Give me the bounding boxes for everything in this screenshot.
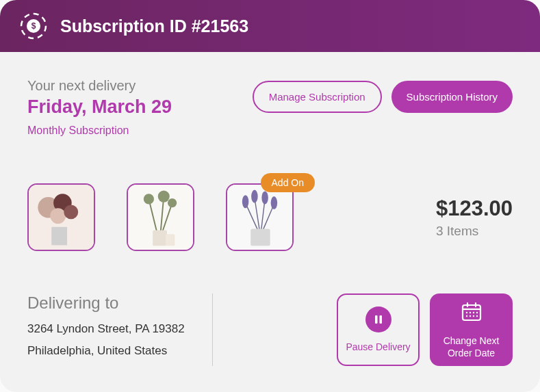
subscription-history-button[interactable]: Subscription History xyxy=(391,81,513,113)
svg-point-40 xyxy=(472,315,474,317)
content-area: Your next delivery Friday, March 29 Mont… xyxy=(0,52,540,387)
bottom-row: Delivering to 3264 Lyndon Street, PA 193… xyxy=(27,293,513,366)
svg-point-37 xyxy=(476,312,477,313)
product-list: Add On xyxy=(27,183,294,251)
subscription-card: $ Subscription ID #21563 Your next deliv… xyxy=(0,0,540,392)
svg-rect-17 xyxy=(166,234,175,246)
svg-point-13 xyxy=(144,194,154,204)
svg-point-23 xyxy=(242,195,249,208)
svg-point-24 xyxy=(251,190,258,203)
change-date-label: Change Next Order Date xyxy=(430,335,513,359)
svg-point-38 xyxy=(465,315,467,317)
svg-point-7 xyxy=(64,205,78,219)
manage-subscription-button[interactable]: Manage Subscription xyxy=(253,81,382,113)
dollar-circle-icon: $ xyxy=(19,12,48,40)
item-count: 3 Items xyxy=(436,224,513,239)
svg-rect-29 xyxy=(379,315,382,324)
delivery-date: Friday, March 29 xyxy=(27,96,172,118)
shipping-info: Delivering to 3264 Lyndon Street, PA 193… xyxy=(27,293,185,366)
middle-row: Add On xyxy=(27,183,513,251)
address-line-2: Philadelphia, United States xyxy=(27,344,185,358)
pause-icon xyxy=(365,306,391,332)
svg-point-34 xyxy=(465,312,467,313)
svg-point-36 xyxy=(472,312,474,313)
pause-delivery-button[interactable]: Pause Delivery xyxy=(337,293,420,366)
product-image-1 xyxy=(29,185,94,250)
address-line-1: 3264 Lyndon Street, PA 19382 xyxy=(27,322,185,336)
next-delivery-info: Your next delivery Friday, March 29 Mont… xyxy=(27,78,172,137)
svg-rect-8 xyxy=(51,227,67,246)
addon-badge: Add On xyxy=(261,173,315,192)
svg-point-41 xyxy=(476,315,477,317)
divider xyxy=(212,293,213,366)
svg-point-26 xyxy=(271,196,278,209)
bottom-actions: Pause Delivery xyxy=(337,293,513,366)
svg-rect-27 xyxy=(250,229,270,246)
delivering-to-label: Delivering to xyxy=(27,293,185,313)
svg-point-35 xyxy=(469,312,470,313)
svg-rect-16 xyxy=(153,231,167,246)
top-buttons: Manage Subscription Subscription History xyxy=(253,81,513,113)
change-date-button[interactable]: Change Next Order Date xyxy=(430,293,513,366)
svg-point-14 xyxy=(158,191,170,202)
price-summary: $123.00 3 Items xyxy=(436,196,513,239)
subscription-type: Monthly Subscription xyxy=(27,125,172,137)
header: $ Subscription ID #21563 xyxy=(0,0,540,52)
pause-label: Pause Delivery xyxy=(340,341,415,353)
calendar-icon xyxy=(460,300,483,326)
total-price: $123.00 xyxy=(436,196,513,221)
svg-point-15 xyxy=(168,198,177,207)
product-image-3 xyxy=(227,185,292,250)
svg-rect-28 xyxy=(375,315,378,324)
svg-point-39 xyxy=(469,315,470,317)
svg-point-25 xyxy=(261,192,268,205)
svg-point-6 xyxy=(50,208,66,224)
product-item-3[interactable]: Add On xyxy=(226,183,294,251)
product-item-1[interactable] xyxy=(27,183,95,251)
svg-text:$: $ xyxy=(31,21,36,31)
product-item-2[interactable] xyxy=(127,183,194,251)
top-row: Your next delivery Friday, March 29 Mont… xyxy=(27,78,513,137)
next-delivery-label: Your next delivery xyxy=(27,78,172,94)
subscription-id-title: Subscription ID #21563 xyxy=(60,16,248,36)
product-image-2 xyxy=(128,185,193,250)
